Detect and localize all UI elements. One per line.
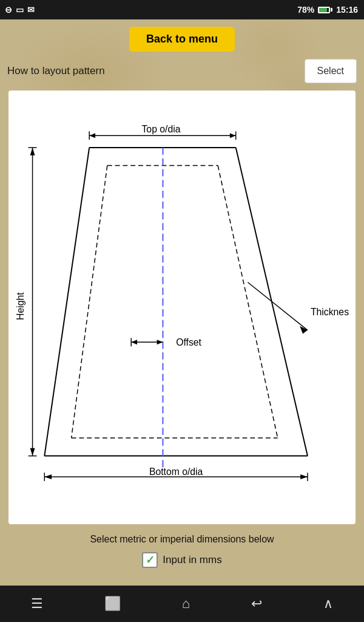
svg-line-6 (44, 148, 89, 456)
menu-nav-icon[interactable]: ☰ (31, 596, 43, 612)
status-right: 78% 15:16 (297, 5, 358, 15)
select-button[interactable]: Select (305, 59, 357, 83)
svg-marker-21 (157, 340, 163, 344)
time-display: 15:16 (336, 5, 358, 15)
image-icon: ▭ (16, 5, 24, 15)
svg-line-10 (72, 165, 107, 437)
nav-bar: ☰ ⬜ ⌂ ↩ ∧ (0, 586, 364, 622)
bottom-section: Select metric or imperial dimensions bel… (0, 524, 364, 574)
checkmark-icon: ✓ (146, 553, 155, 567)
metric-select-label: Select metric or imperial dimensions bel… (6, 534, 358, 545)
svg-marker-4 (230, 133, 236, 138)
top-odia-label: Top o/dia (142, 124, 181, 134)
svg-line-23 (248, 282, 308, 330)
window-nav-icon[interactable]: ⬜ (104, 596, 121, 612)
notification-icon: ⊖ (5, 5, 12, 15)
top-row: Back to menu (0, 19, 364, 59)
bottom-odia-label: Bottom o/dia (149, 466, 203, 477)
svg-marker-17 (30, 448, 35, 456)
diagram-card: Top o/dia Height (8, 91, 356, 524)
battery-icon (318, 7, 332, 13)
thickness-label: Thickness (311, 307, 349, 317)
offset-label: Offset (176, 337, 201, 347)
checkbox-row: ✓ Input in mms (6, 552, 358, 568)
status-left-icons: ⊖ ▭ ✉ (5, 5, 35, 15)
layout-diagram: Top o/dia Height (15, 103, 349, 510)
home-nav-icon[interactable]: ⌂ (182, 596, 190, 612)
page-title: How to layout pattern (7, 65, 105, 77)
diagram-container: Top o/dia Height (15, 103, 349, 512)
svg-marker-20 (131, 340, 137, 344)
svg-line-11 (218, 165, 278, 437)
battery-percent: 78% (297, 5, 314, 15)
back-nav-icon[interactable]: ↩ (251, 596, 262, 612)
title-row: How to layout pattern Select (0, 59, 364, 91)
up-nav-icon[interactable]: ∧ (323, 596, 333, 612)
checkbox-label: Input in mms (163, 554, 221, 566)
input-mms-checkbox[interactable]: ✓ (142, 552, 158, 568)
mail-icon: ✉ (27, 5, 35, 15)
back-to-menu-button[interactable]: Back to menu (129, 27, 235, 52)
height-label: Height (15, 292, 25, 320)
svg-marker-28 (44, 474, 52, 479)
svg-marker-16 (30, 148, 35, 156)
svg-marker-3 (89, 133, 95, 138)
svg-marker-29 (300, 474, 308, 479)
status-bar: ⊖ ▭ ✉ 78% 15:16 (0, 0, 364, 19)
